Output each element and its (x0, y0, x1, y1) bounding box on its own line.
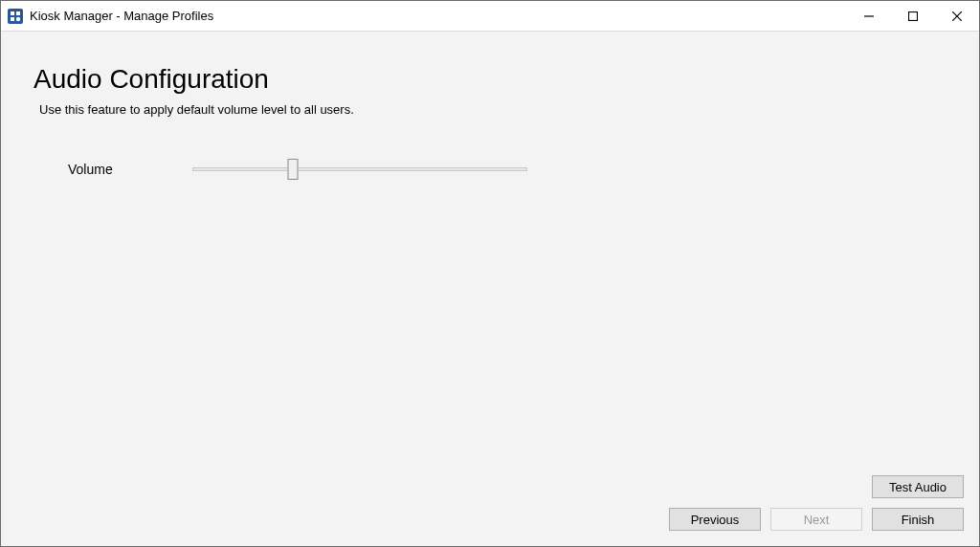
slider-thumb[interactable] (288, 159, 299, 180)
window-title: Kiosk Manager - Manage Profiles (30, 9, 847, 23)
app-window: Kiosk Manager - Manage Profiles Audio Co… (0, 0, 980, 547)
volume-label: Volume (68, 162, 192, 177)
svg-rect-6 (909, 11, 918, 20)
svg-rect-1 (11, 11, 14, 15)
app-icon (7, 8, 24, 25)
test-audio-button[interactable]: Test Audio (872, 475, 964, 498)
close-button[interactable] (935, 1, 979, 31)
svg-rect-0 (8, 9, 23, 24)
window-controls (847, 1, 979, 31)
page-title: Audio Configuration (33, 64, 947, 95)
finish-button[interactable]: Finish (872, 508, 964, 531)
previous-button[interactable]: Previous (669, 508, 761, 531)
slider-track (192, 167, 527, 171)
volume-slider[interactable] (192, 159, 527, 180)
maximize-button[interactable] (891, 1, 935, 31)
content-area: Audio Configuration Use this feature to … (1, 32, 979, 546)
svg-point-4 (16, 16, 20, 20)
footer-buttons: Test Audio Previous Next Finish (669, 475, 964, 531)
volume-row: Volume (68, 159, 947, 180)
titlebar: Kiosk Manager - Manage Profiles (1, 1, 979, 32)
page-subtitle: Use this feature to apply default volume… (39, 102, 947, 117)
minimize-button[interactable] (847, 1, 891, 31)
svg-rect-3 (11, 17, 14, 21)
next-button: Next (770, 508, 862, 531)
svg-rect-2 (16, 11, 20, 15)
